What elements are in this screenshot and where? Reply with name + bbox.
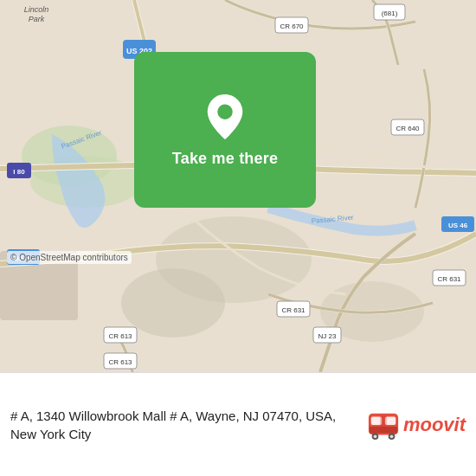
take-me-there-button[interactable]: Take me there [172,150,278,168]
svg-point-43 [389,434,393,438]
moovit-bus-icon [367,408,400,441]
map-area: US 202 CR 670 I 80 US 46 US 46 CR 640 CR… [0,0,476,372]
main-container: US 202 CR 670 I 80 US 46 US 46 CR 640 CR… [0,0,476,476]
svg-text:US 46: US 46 [448,222,468,229]
svg-text:Park: Park [29,15,45,23]
svg-text:CR 613: CR 613 [108,358,132,366]
moovit-logo: moovit [367,408,466,441]
svg-text:I 80: I 80 [13,168,25,176]
cta-overlay[interactable]: Take me there [134,52,316,208]
info-bar: # A, 1340 Willowbrook Mall # A, Wayne, N… [0,372,476,476]
svg-point-35 [217,104,232,119]
address-section: # A, 1340 Willowbrook Mall # A, Wayne, N… [10,407,358,443]
svg-rect-44 [380,415,387,426]
svg-text:NJ 23: NJ 23 [318,332,337,340]
svg-text:CR 631: CR 631 [437,275,461,283]
svg-text:CR 631: CR 631 [281,306,306,314]
svg-text:Lincoln: Lincoln [24,5,49,14]
location-pin-icon [203,93,247,141]
svg-text:CR 670: CR 670 [280,23,304,30]
svg-point-41 [373,434,376,438]
address-text: # A, 1340 Willowbrook Mall # A, Wayne, N… [10,408,336,441]
moovit-brand-label: moovit [403,414,466,436]
svg-text:(681): (681) [382,10,398,17]
copyright-text: © OpenStreetMap contributors [7,251,132,264]
svg-point-5 [121,268,225,338]
svg-text:CR 613: CR 613 [108,332,132,340]
svg-text:CR 640: CR 640 [396,125,420,132]
svg-rect-39 [370,426,397,433]
